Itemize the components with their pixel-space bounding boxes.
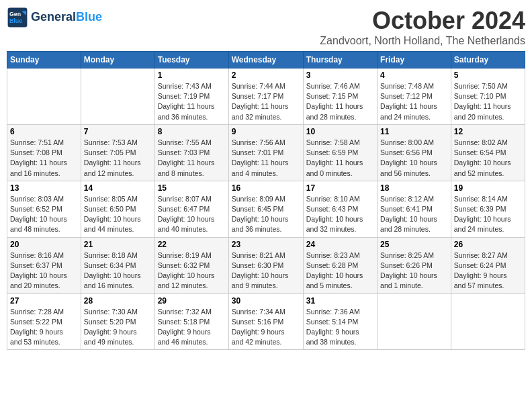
table-row — [378, 293, 451, 350]
day-detail: Sunrise: 8:00 AM Sunset: 6:56 PM Dayligh… — [380, 138, 448, 179]
table-row: 2Sunrise: 7:44 AM Sunset: 7:17 PM Daylig… — [228, 68, 303, 125]
day-number: 16 — [232, 183, 300, 193]
day-number: 24 — [306, 240, 374, 249]
day-number: 26 — [454, 240, 522, 249]
day-number: 18 — [380, 183, 448, 193]
day-number: 25 — [380, 240, 448, 249]
table-row: 21Sunrise: 8:18 AM Sunset: 6:34 PM Dayli… — [81, 237, 154, 293]
day-number: 15 — [158, 183, 226, 193]
day-detail: Sunrise: 7:58 AM Sunset: 6:59 PM Dayligh… — [306, 138, 374, 179]
col-monday: Monday — [81, 52, 154, 68]
title-area: October 2024 Zandvoort, North Holland, T… — [320, 7, 525, 47]
day-detail: Sunrise: 8:02 AM Sunset: 6:54 PM Dayligh… — [454, 138, 522, 179]
day-number: 27 — [10, 296, 78, 306]
table-row — [7, 68, 81, 125]
day-detail: Sunrise: 8:07 AM Sunset: 6:47 PM Dayligh… — [158, 194, 226, 235]
day-number: 9 — [232, 127, 300, 136]
day-number: 2 — [232, 71, 300, 80]
month-title: October 2024 — [320, 7, 525, 35]
table-row: 12Sunrise: 8:02 AM Sunset: 6:54 PM Dayli… — [451, 124, 525, 181]
table-row: 29Sunrise: 7:32 AM Sunset: 5:18 PM Dayli… — [154, 293, 228, 350]
day-detail: Sunrise: 7:36 AM Sunset: 5:14 PM Dayligh… — [306, 307, 374, 348]
day-detail: Sunrise: 8:23 AM Sunset: 6:28 PM Dayligh… — [306, 250, 374, 291]
day-number: 17 — [306, 183, 374, 193]
logo-icon: Gen Blue — [7, 7, 28, 28]
day-number: 6 — [10, 127, 78, 136]
table-row: 14Sunrise: 8:05 AM Sunset: 6:50 PM Dayli… — [81, 181, 154, 237]
day-detail: Sunrise: 7:34 AM Sunset: 5:16 PM Dayligh… — [232, 307, 300, 348]
header: Gen Blue GeneralBlue October 2024 Zandvo… — [7, 7, 525, 47]
table-row: 20Sunrise: 8:16 AM Sunset: 6:37 PM Dayli… — [7, 237, 81, 293]
table-row: 8Sunrise: 7:55 AM Sunset: 7:03 PM Daylig… — [154, 124, 228, 181]
col-saturday: Saturday — [451, 52, 525, 68]
table-row: 30Sunrise: 7:34 AM Sunset: 5:16 PM Dayli… — [228, 293, 303, 350]
svg-text:Blue: Blue — [9, 17, 22, 24]
day-detail: Sunrise: 8:14 AM Sunset: 6:39 PM Dayligh… — [454, 194, 522, 235]
location-title: Zandvoort, North Holland, The Netherland… — [320, 35, 525, 47]
day-detail: Sunrise: 8:21 AM Sunset: 6:30 PM Dayligh… — [232, 250, 300, 291]
calendar-header: Sunday Monday Tuesday Wednesday Thursday… — [7, 52, 525, 68]
day-number: 12 — [454, 127, 522, 136]
table-row — [451, 293, 525, 350]
table-row: 4Sunrise: 7:48 AM Sunset: 7:12 PM Daylig… — [378, 68, 451, 125]
day-number: 5 — [454, 71, 522, 80]
table-row: 18Sunrise: 8:12 AM Sunset: 6:41 PM Dayli… — [378, 181, 451, 237]
table-row — [81, 68, 154, 125]
day-number: 22 — [158, 240, 226, 249]
table-row: 7Sunrise: 7:53 AM Sunset: 7:05 PM Daylig… — [81, 124, 154, 181]
table-row: 16Sunrise: 8:09 AM Sunset: 6:45 PM Dayli… — [228, 181, 303, 237]
day-detail: Sunrise: 8:10 AM Sunset: 6:43 PM Dayligh… — [306, 194, 374, 235]
table-row: 19Sunrise: 8:14 AM Sunset: 6:39 PM Dayli… — [451, 181, 525, 237]
col-friday: Friday — [378, 52, 451, 68]
day-number: 1 — [158, 71, 226, 80]
day-detail: Sunrise: 7:32 AM Sunset: 5:18 PM Dayligh… — [158, 307, 226, 348]
day-detail: Sunrise: 8:19 AM Sunset: 6:32 PM Dayligh… — [158, 250, 226, 291]
day-detail: Sunrise: 8:27 AM Sunset: 6:24 PM Dayligh… — [454, 250, 522, 291]
table-row: 31Sunrise: 7:36 AM Sunset: 5:14 PM Dayli… — [303, 293, 377, 350]
day-detail: Sunrise: 7:53 AM Sunset: 7:05 PM Dayligh… — [84, 138, 152, 179]
day-detail: Sunrise: 8:12 AM Sunset: 6:41 PM Dayligh… — [380, 194, 448, 235]
day-number: 3 — [306, 71, 374, 80]
day-detail: Sunrise: 8:05 AM Sunset: 6:50 PM Dayligh… — [84, 194, 152, 235]
day-detail: Sunrise: 8:03 AM Sunset: 6:52 PM Dayligh… — [10, 194, 78, 235]
table-row: 9Sunrise: 7:56 AM Sunset: 7:01 PM Daylig… — [228, 124, 303, 181]
day-number: 4 — [380, 71, 448, 80]
table-row: 25Sunrise: 8:25 AM Sunset: 6:26 PM Dayli… — [378, 237, 451, 293]
col-thursday: Thursday — [303, 52, 377, 68]
day-detail: Sunrise: 8:18 AM Sunset: 6:34 PM Dayligh… — [84, 250, 152, 291]
day-detail: Sunrise: 8:09 AM Sunset: 6:45 PM Dayligh… — [232, 194, 300, 235]
day-number: 14 — [84, 183, 152, 193]
day-detail: Sunrise: 7:56 AM Sunset: 7:01 PM Dayligh… — [232, 138, 300, 179]
table-row: 28Sunrise: 7:30 AM Sunset: 5:20 PM Dayli… — [81, 293, 154, 350]
logo-text-line1: GeneralBlue — [31, 11, 102, 24]
day-detail: Sunrise: 7:48 AM Sunset: 7:12 PM Dayligh… — [380, 81, 448, 122]
table-row: 13Sunrise: 8:03 AM Sunset: 6:52 PM Dayli… — [7, 181, 81, 237]
day-number: 29 — [158, 296, 226, 306]
day-detail: Sunrise: 7:28 AM Sunset: 5:22 PM Dayligh… — [10, 307, 78, 348]
table-row: 23Sunrise: 8:21 AM Sunset: 6:30 PM Dayli… — [228, 237, 303, 293]
day-number: 10 — [306, 127, 374, 136]
day-detail: Sunrise: 7:51 AM Sunset: 7:08 PM Dayligh… — [10, 138, 78, 179]
table-row: 15Sunrise: 8:07 AM Sunset: 6:47 PM Dayli… — [154, 181, 228, 237]
table-row: 11Sunrise: 8:00 AM Sunset: 6:56 PM Dayli… — [378, 124, 451, 181]
day-detail: Sunrise: 8:16 AM Sunset: 6:37 PM Dayligh… — [10, 250, 78, 291]
day-number: 31 — [306, 296, 374, 306]
day-number: 8 — [158, 127, 226, 136]
day-detail: Sunrise: 7:55 AM Sunset: 7:03 PM Dayligh… — [158, 138, 226, 179]
table-row: 24Sunrise: 8:23 AM Sunset: 6:28 PM Dayli… — [303, 237, 377, 293]
day-detail: Sunrise: 7:43 AM Sunset: 7:19 PM Dayligh… — [158, 81, 226, 122]
day-detail: Sunrise: 7:50 AM Sunset: 7:10 PM Dayligh… — [454, 81, 522, 122]
calendar-body: 1Sunrise: 7:43 AM Sunset: 7:19 PM Daylig… — [7, 68, 525, 350]
day-detail: Sunrise: 7:44 AM Sunset: 7:17 PM Dayligh… — [232, 81, 300, 122]
day-number: 20 — [10, 240, 78, 249]
day-number: 28 — [84, 296, 152, 306]
table-row: 22Sunrise: 8:19 AM Sunset: 6:32 PM Dayli… — [154, 237, 228, 293]
day-detail: Sunrise: 8:25 AM Sunset: 6:26 PM Dayligh… — [380, 250, 448, 291]
table-row: 26Sunrise: 8:27 AM Sunset: 6:24 PM Dayli… — [451, 237, 525, 293]
day-number: 21 — [84, 240, 152, 249]
day-number: 7 — [84, 127, 152, 136]
day-number: 23 — [232, 240, 300, 249]
logo: Gen Blue GeneralBlue — [7, 7, 102, 28]
day-detail: Sunrise: 7:30 AM Sunset: 5:20 PM Dayligh… — [84, 307, 152, 348]
table-row: 5Sunrise: 7:50 AM Sunset: 7:10 PM Daylig… — [451, 68, 525, 125]
